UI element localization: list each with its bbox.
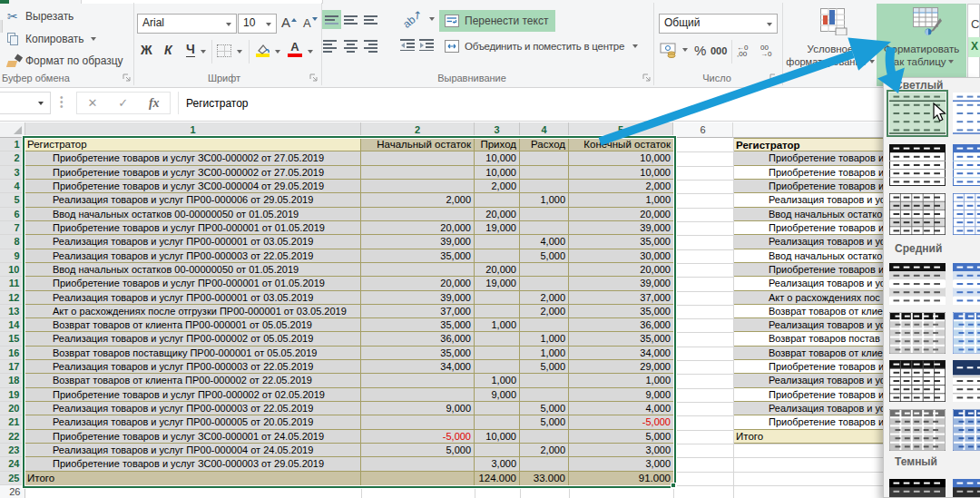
comma-style-button[interactable]: 000: [710, 45, 727, 56]
cell[interactable]: 20,000: [361, 221, 475, 235]
cell[interactable]: 20,000: [475, 263, 520, 277]
row-header-18[interactable]: 18: [0, 374, 25, 387]
table-data-row[interactable]: Акт о расхождениях после отгрузки ПР00-0…: [25, 305, 673, 318]
cell[interactable]: [520, 457, 569, 471]
table-style-thumbnail-med4[interactable]: [953, 312, 980, 354]
copy-button[interactable]: Копировать: [7, 33, 96, 45]
cell[interactable]: [520, 221, 569, 235]
cell[interactable]: Акт о расхождениях после отгрузки ПР00-0…: [25, 305, 361, 318]
table-data-row[interactable]: Приобретение товаров и услуг ПР00-000001…: [25, 221, 673, 235]
cell[interactable]: 1,000: [569, 374, 673, 387]
cell[interactable]: 20,000: [569, 263, 673, 277]
cell[interactable]: 10,000: [475, 430, 520, 444]
cell[interactable]: Реализация товаров и услуг ПР00-000003 о…: [25, 249, 361, 263]
cell[interactable]: 29,000: [569, 360, 673, 374]
column-header-1[interactable]: 1: [25, 122, 361, 138]
table-data-row[interactable]: Реализация товаров и услуг ПР00-000004 о…: [25, 444, 673, 457]
table-data-row[interactable]: Возврат товаров поставщику ПР00-000001 о…: [25, 347, 673, 360]
bold-button[interactable]: Ж: [141, 43, 152, 57]
cell[interactable]: 37,000: [569, 291, 673, 305]
table-style-thumbnail-light5[interactable]: [889, 193, 946, 235]
cell[interactable]: [361, 457, 475, 471]
cell[interactable]: 5,000: [520, 360, 569, 374]
cell[interactable]: 5,000: [520, 249, 569, 263]
font-dialog-launcher[interactable]: [309, 73, 318, 83]
cell[interactable]: Реализация товаров и услуг ПР00-000002 о…: [25, 332, 361, 346]
table-data-row[interactable]: Реализация товаров и услуг ПР00-000002 о…: [25, 332, 673, 346]
paste-button-edge[interactable]: [0, 20, 3, 33]
borders-dropdown-arrow[interactable]: [237, 50, 242, 54]
cell[interactable]: [475, 347, 520, 360]
cell[interactable]: [520, 388, 569, 402]
cell[interactable]: 35,000: [361, 249, 475, 263]
cell[interactable]: Начальный остаток: [361, 138, 475, 151]
row-header-9[interactable]: 9: [0, 249, 25, 263]
table-style-thumbnail-med6[interactable]: [953, 360, 980, 402]
table-style-thumbnail-dark2[interactable]: [953, 479, 980, 498]
cell[interactable]: Приобретение товаров и услуг ЗС00-000001…: [25, 430, 361, 444]
cell[interactable]: 2,000: [520, 444, 569, 457]
table-style-thumbnail-light6[interactable]: [953, 193, 980, 235]
table-data-row[interactable]: Реализация товаров и услуг ПР00-000006 о…: [25, 193, 673, 207]
table-data-row[interactable]: Реализация товаров и услуг ПР00-000005 о…: [25, 415, 673, 429]
table-data-row[interactable]: Приобретение товаров и услуг ЗС00-000004…: [25, 180, 673, 193]
increase-decimal-button[interactable]: ←0,00: [737, 43, 752, 61]
cell[interactable]: 20,000: [361, 277, 475, 290]
align-left-button[interactable]: [323, 38, 337, 54]
cell[interactable]: Приобретение товаров и услуг ЗС00-000004…: [25, 180, 361, 193]
cell[interactable]: 34,000: [569, 347, 673, 360]
cell[interactable]: Регистратор: [25, 138, 361, 151]
cell[interactable]: [361, 208, 475, 221]
cell[interactable]: 10,000: [569, 151, 673, 165]
cell[interactable]: [361, 388, 475, 402]
cell[interactable]: 3,000: [475, 457, 520, 471]
cell[interactable]: 35,000: [361, 347, 475, 360]
cell[interactable]: [361, 180, 475, 193]
cell[interactable]: [475, 193, 520, 207]
cell[interactable]: 5,000: [520, 415, 569, 429]
decrease-decimal-button[interactable]: 00→0: [760, 43, 776, 61]
row-header-8[interactable]: 8: [0, 235, 25, 249]
accounting-dropdown-arrow[interactable]: [682, 48, 688, 52]
cell[interactable]: [361, 415, 475, 429]
table-header-row[interactable]: РегистраторНачальный остатокПриходРасход…: [25, 138, 673, 151]
cell[interactable]: [520, 208, 569, 221]
cell[interactable]: 4,000: [520, 235, 569, 249]
table-data-row[interactable]: Реализация товаров и услуг ПР00-000001 о…: [25, 291, 673, 305]
row-header-15[interactable]: 15: [0, 332, 25, 346]
cell[interactable]: 1,000: [520, 347, 569, 360]
cell[interactable]: 1,000: [520, 332, 569, 346]
cell[interactable]: 10,000: [569, 166, 673, 180]
cancel-button[interactable]: ✕: [87, 96, 97, 110]
cell[interactable]: Приобретение товаров и услуг ПР00-000002…: [25, 388, 361, 402]
cell[interactable]: 34,000: [361, 360, 475, 374]
orientation-button[interactable]: ab↗: [402, 13, 435, 25]
increase-indent-button[interactable]: [419, 38, 434, 54]
table-style-thumbnail-light1[interactable]: [889, 93, 946, 134]
cell[interactable]: [520, 430, 569, 444]
enter-button[interactable]: ✓: [118, 96, 128, 110]
cell[interactable]: 35,000: [569, 235, 673, 249]
cell[interactable]: 5,000: [520, 402, 569, 415]
cell[interactable]: 1,000: [520, 193, 569, 207]
column-header-6[interactable]: 6: [673, 122, 733, 138]
insert-function-button[interactable]: fx: [149, 96, 160, 111]
conditional-formatting-button[interactable]: Условное форматирование: [786, 4, 875, 86]
row-header-3[interactable]: 3: [0, 166, 25, 180]
row-header-12[interactable]: 12: [0, 291, 25, 305]
cell[interactable]: [475, 235, 520, 249]
row-header-13[interactable]: 13: [0, 305, 25, 318]
row-header-22[interactable]: 22: [0, 430, 25, 444]
cell[interactable]: [361, 151, 475, 165]
cell[interactable]: [520, 374, 569, 387]
name-box[interactable]: [0, 92, 51, 114]
cell[interactable]: 35,000: [569, 332, 673, 346]
cell[interactable]: 2,000: [569, 180, 673, 193]
cell-styles-button-partial[interactable]: С Х: [967, 4, 980, 86]
cell[interactable]: Конечный остаток: [569, 138, 673, 151]
row-header-5[interactable]: 5: [0, 193, 25, 207]
cell[interactable]: 2,000: [520, 291, 569, 305]
cell[interactable]: Ввод начальных остатков 00-00000050 от 0…: [25, 263, 361, 277]
cell[interactable]: [475, 249, 520, 263]
table-style-thumbnail-med5[interactable]: [889, 360, 946, 402]
